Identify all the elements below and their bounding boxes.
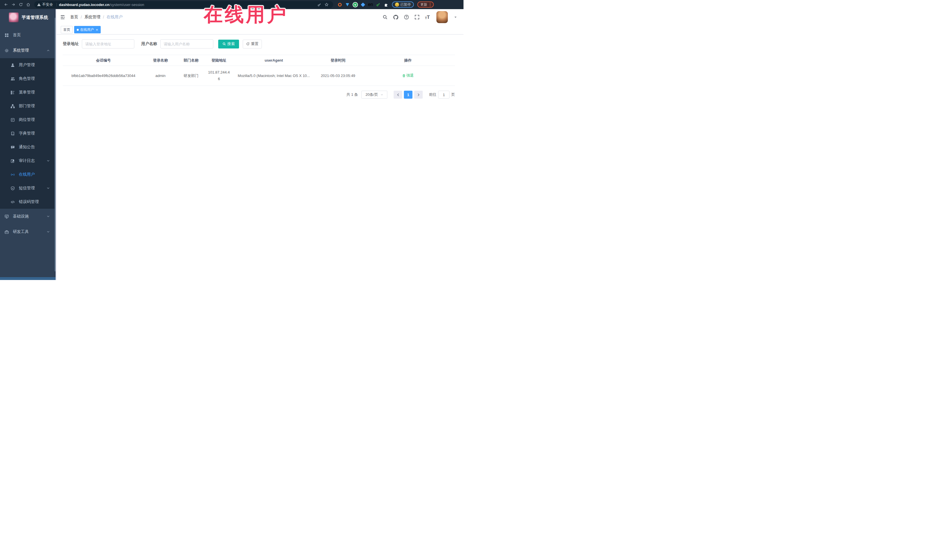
search-button[interactable]: 搜索 — [218, 39, 239, 49]
browser-reload-icon[interactable] — [17, 2, 24, 8]
page-number-button[interactable]: 1 — [404, 91, 412, 99]
emoji-face-icon — [395, 3, 399, 6]
breadcrumb-separator: / — [81, 15, 82, 20]
cell-session-id: bfbb1ab79ba849e49fb26ddb56a73044 — [63, 74, 144, 78]
extension-translate-icon[interactable]: en — [368, 2, 373, 7]
breadcrumb-item[interactable]: 系统管理 — [84, 15, 100, 20]
url-text: dashboard.yudao.iocoder.cn/system/user-s… — [59, 3, 316, 7]
page-size-select[interactable]: 20条/页 — [362, 91, 388, 99]
paused-badge-label: 已暂停 — [400, 2, 411, 7]
sidebar-item[interactable]: 审计日志 — [0, 154, 56, 168]
sidebar-item[interactable]: 错误码管理 — [0, 195, 56, 209]
breadcrumb-item[interactable]: 首页 — [70, 15, 78, 20]
security-label: 不安全 — [42, 2, 53, 7]
hamburger-icon[interactable] — [61, 15, 65, 20]
sidebar-item[interactable]: 岗位管理 — [0, 113, 56, 127]
help-icon[interactable] — [404, 15, 409, 20]
sidebar-item[interactable]: 菜单管理 — [0, 85, 56, 99]
sidebar-item[interactable]: 字典管理 — [0, 127, 56, 140]
github-icon[interactable] — [393, 15, 398, 20]
goto-page-input[interactable] — [438, 91, 450, 99]
sidebar-item[interactable]: 短信管理 — [0, 181, 56, 195]
extension-row: en — [337, 2, 389, 7]
content: 登录地址 用户名称 搜索 重置 会话编号登录名称部门名称登陆地址userAgen… — [57, 35, 464, 280]
goto-page: 前往 页 — [429, 91, 455, 99]
sidebar-item[interactable]: 研发工具 — [0, 224, 56, 240]
tag-view-tab[interactable]: 在线用户× — [74, 26, 101, 33]
dict-icon — [11, 132, 15, 136]
cell-action-label: 强退 — [361, 73, 455, 78]
page-unit-label: 页 — [451, 92, 455, 97]
chevron-down-icon — [380, 93, 383, 96]
username-input[interactable] — [160, 39, 213, 49]
sidebar-item[interactable]: 基础设施 — [0, 209, 56, 224]
extension-green-v-icon[interactable] — [353, 2, 358, 7]
fullscreen-icon[interactable] — [415, 15, 419, 20]
search-icon[interactable] — [383, 15, 388, 20]
user-session-table: 会话编号登录名称部门名称登陆地址userAgent登录时间操作 bfbb1ab7… — [63, 55, 455, 86]
extension-orange-icon[interactable] — [337, 2, 342, 7]
tag-view-tab[interactable]: 首页 — [61, 26, 73, 33]
font-size-icon[interactable]: TT — [425, 15, 430, 20]
devtool-icon — [5, 230, 9, 234]
chevron-up-icon — [47, 49, 50, 52]
security-warning-icon[interactable] — [37, 3, 41, 6]
browser-back-icon[interactable] — [2, 2, 10, 8]
browser-menu-dots-icon[interactable] — [430, 3, 431, 6]
sidebar-menu: 首页系统管理用户管理角色管理菜单管理部门管理岗位管理字典管理通知公告审计日志在线… — [0, 27, 56, 277]
cell-login-name: admin — [144, 74, 177, 78]
bookmark-star-icon[interactable] — [323, 2, 330, 8]
roles-icon — [11, 77, 15, 81]
tags-view-bar: 首页在线用户× — [57, 25, 464, 35]
sidebar-item[interactable]: 用户管理 — [0, 58, 56, 72]
extensions-puzzle-icon[interactable] — [383, 2, 389, 7]
sidebar-logo[interactable]: 芋道管理系统 — [0, 9, 56, 26]
avatar[interactable] — [436, 11, 448, 23]
online-user-icon — [11, 173, 15, 177]
trash-icon — [402, 74, 406, 77]
sidebar-item[interactable]: 角色管理 — [0, 72, 56, 85]
prev-page-button[interactable] — [394, 91, 402, 99]
username-label: 用户名称 — [141, 41, 157, 47]
paused-badge[interactable]: 已暂停 — [392, 2, 414, 8]
logo-title: 芋道管理系统 — [22, 15, 48, 20]
sidebar-item-label: 用户管理 — [19, 62, 35, 68]
sidebar-item-label: 字典管理 — [19, 131, 35, 136]
user-icon — [11, 63, 15, 67]
sidebar-item[interactable]: 系统管理 — [0, 43, 56, 58]
browser-home-icon[interactable] — [24, 2, 32, 8]
address-bar[interactable]: 不安全 dashboard.yudao.iocoder.cn/system/us… — [34, 1, 333, 8]
next-page-button[interactable] — [414, 91, 423, 99]
caret-down-icon[interactable] — [454, 15, 457, 19]
reset-button-label: 重置 — [251, 41, 258, 47]
sidebar-bottom-strip — [0, 277, 56, 280]
sidebar-item-label: 首页 — [13, 32, 21, 38]
extension-drop-icon[interactable] — [345, 2, 350, 7]
sidebar-item-label: 在线用户 — [19, 172, 35, 177]
column-header: 部门名称 — [177, 58, 205, 63]
close-tab-icon[interactable]: × — [96, 28, 98, 32]
sidebar-item[interactable]: 首页 — [0, 27, 56, 43]
update-button[interactable]: 更新 — [417, 2, 434, 8]
menu-list-icon — [11, 90, 15, 95]
extension-gem-icon[interactable] — [360, 2, 365, 7]
chevron-down-icon — [47, 159, 50, 162]
sidebar-item[interactable]: 在线用户 — [0, 168, 56, 181]
logo-image — [9, 12, 18, 22]
screenshot-root: 不安全 dashboard.yudao.iocoder.cn/system/us… — [0, 0, 464, 280]
chevron-down-icon — [47, 187, 50, 190]
org-tree-icon — [11, 104, 15, 108]
browser-forward-icon[interactable] — [10, 2, 17, 8]
sidebar-item[interactable]: 通知公告 — [0, 140, 56, 154]
extension-key-icon[interactable] — [375, 2, 381, 7]
ip-value: 101.87.244.46 — [208, 69, 231, 82]
force-logout-label: 强退 — [406, 73, 414, 78]
password-key-icon[interactable] — [316, 2, 323, 8]
sidebar-item[interactable]: 部门管理 — [0, 99, 56, 113]
breadcrumb: 首页/系统管理/在线用户 — [70, 15, 123, 20]
login-address-input[interactable] — [82, 39, 134, 49]
breadcrumb-item: 在线用户 — [107, 15, 123, 20]
reset-button[interactable]: 重置 — [243, 39, 262, 49]
post-icon — [11, 118, 15, 122]
force-logout-button[interactable]: 强退 — [402, 73, 414, 78]
